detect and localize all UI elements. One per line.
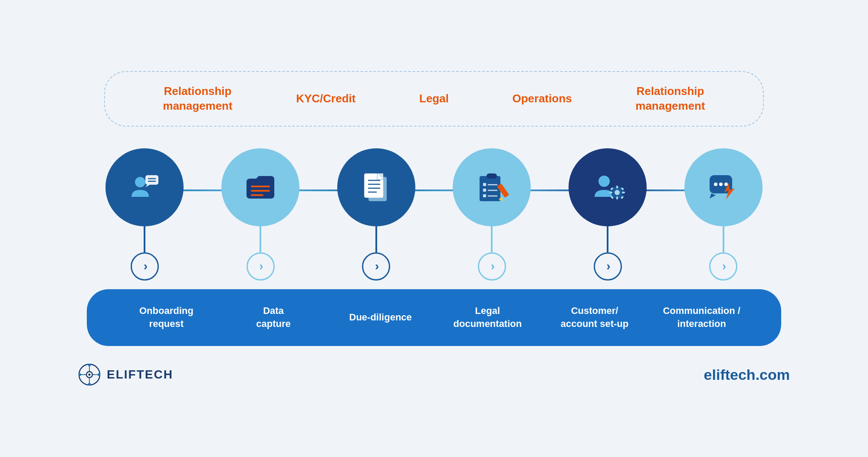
connector-1 bbox=[144, 226, 145, 252]
svg-rect-12 bbox=[365, 173, 383, 198]
circle-data-capture bbox=[221, 148, 299, 226]
chevron-3[interactable]: › bbox=[362, 252, 390, 281]
svg-rect-19 bbox=[483, 183, 486, 186]
flow-item-legal-doc: › bbox=[434, 148, 550, 281]
logo-section: ELIFTECH bbox=[78, 363, 173, 386]
circle-onboarding bbox=[105, 148, 184, 226]
chevron-2[interactable]: › bbox=[247, 252, 275, 281]
svg-rect-31 bbox=[609, 192, 612, 193]
connector-4 bbox=[491, 226, 493, 252]
flow-item-data-capture: › bbox=[203, 148, 319, 281]
chevron-6[interactable]: › bbox=[709, 252, 737, 281]
chevron-1[interactable]: › bbox=[131, 252, 159, 281]
connector-6 bbox=[723, 226, 724, 252]
connector-2 bbox=[260, 226, 261, 252]
svg-rect-23 bbox=[483, 194, 486, 197]
flow-item-communication: › bbox=[665, 148, 781, 281]
svg-point-28 bbox=[615, 190, 620, 195]
bottom-item-customer-setup: Customer/ account set-up bbox=[541, 304, 648, 331]
chevron-4[interactable]: › bbox=[478, 252, 506, 281]
circle-communication bbox=[684, 148, 763, 226]
person-chat-icon bbox=[127, 170, 162, 205]
svg-rect-29 bbox=[616, 186, 618, 189]
svg-point-47 bbox=[98, 373, 100, 376]
bottom-item-due-diligence: Due-diligence bbox=[327, 311, 434, 324]
svg-point-46 bbox=[79, 373, 81, 376]
svg-rect-21 bbox=[483, 189, 486, 192]
website-text: eliftech.com bbox=[704, 366, 790, 383]
bottom-item-data-capture: Data capture bbox=[220, 304, 327, 331]
svg-point-38 bbox=[714, 183, 717, 186]
flow-item-due-diligence: › bbox=[318, 148, 434, 281]
document-list-icon bbox=[359, 170, 394, 205]
bottom-banner: Onboarding request Data capture Due-dili… bbox=[87, 289, 781, 346]
eliftech-logo-icon bbox=[78, 363, 101, 386]
svg-point-0 bbox=[135, 177, 145, 187]
svg-rect-1 bbox=[145, 175, 158, 185]
banner-item-ops: Operations bbox=[512, 91, 572, 106]
person-gear-icon bbox=[590, 170, 625, 205]
banner-item-legal: Legal bbox=[419, 91, 449, 106]
svg-point-45 bbox=[88, 383, 91, 385]
banner-item-rm1: Relationship management bbox=[163, 84, 232, 114]
bottom-item-communication: Communication / interaction bbox=[648, 304, 755, 331]
chevron-5[interactable]: › bbox=[594, 252, 622, 281]
svg-point-43 bbox=[89, 374, 91, 376]
connector-5 bbox=[607, 226, 608, 252]
bottom-item-legal-doc: Legal documentation bbox=[434, 304, 541, 331]
flow-section: › › bbox=[87, 148, 781, 281]
circle-legal-doc bbox=[453, 148, 531, 226]
svg-rect-30 bbox=[616, 196, 618, 199]
main-container: Relationship management KYC/Credit Legal… bbox=[43, 54, 825, 403]
svg-point-39 bbox=[719, 183, 723, 186]
svg-point-26 bbox=[598, 176, 610, 187]
bottom-item-onboarding: Onboarding request bbox=[113, 304, 220, 331]
clipboard-pen-icon bbox=[474, 170, 509, 205]
svg-point-40 bbox=[724, 183, 728, 186]
banner-item-rm2: Relationship management bbox=[635, 84, 705, 114]
svg-point-44 bbox=[88, 364, 91, 366]
logo-text: ELIFTECH bbox=[107, 368, 173, 382]
folder-icon bbox=[243, 170, 278, 205]
connector-3 bbox=[375, 226, 377, 252]
chat-lightning-icon bbox=[706, 170, 741, 205]
top-banner: Relationship management KYC/Credit Legal… bbox=[104, 71, 764, 127]
svg-rect-17 bbox=[480, 176, 500, 201]
circle-due-diligence bbox=[337, 148, 415, 226]
svg-rect-32 bbox=[622, 192, 625, 193]
footer: ELIFTECH eliftech.com bbox=[69, 363, 799, 386]
flow-item-onboarding: › bbox=[87, 148, 203, 281]
flow-item-customer-setup: › bbox=[550, 148, 666, 281]
banner-item-kyc: KYC/Credit bbox=[296, 91, 355, 106]
circle-customer-setup bbox=[569, 148, 647, 226]
svg-rect-18 bbox=[487, 173, 497, 179]
